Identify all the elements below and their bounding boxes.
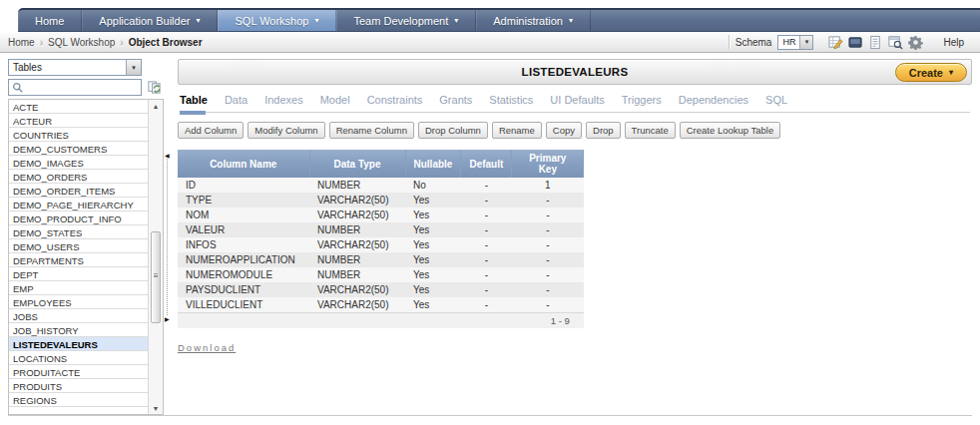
chevron-down-icon: ▾ [949, 68, 953, 77]
nav-tab-label: Application Builder [99, 15, 190, 27]
edit-icon[interactable] [827, 34, 843, 50]
table-cell: ID [178, 178, 309, 193]
object-tab[interactable]: Grants [439, 94, 472, 106]
scrollbar-thumb[interactable] [151, 231, 161, 322]
object-tab[interactable]: Triggers [622, 94, 662, 106]
object-list-item[interactable]: DEPT [9, 267, 148, 281]
table-cell: - [461, 208, 512, 222]
object-list-item[interactable]: DEMO_USERS [9, 239, 148, 253]
breadcrumb-item[interactable]: Object Browser [127, 37, 205, 48]
nav-tab[interactable]: SQL Workshop ▾ [218, 10, 336, 31]
create-button[interactable]: Create ▾ [895, 63, 967, 82]
object-list-item[interactable]: DEMO_STATES [9, 225, 148, 239]
action-button[interactable]: Rename Column [329, 122, 414, 139]
object-tabs: Table Data Indexes Model Constraints Gra… [180, 94, 970, 113]
table-cell: NUMBER [309, 178, 405, 193]
object-tab[interactable]: Constraints [367, 94, 423, 106]
refresh-icon[interactable] [146, 79, 163, 96]
action-button[interactable]: Add Column [178, 122, 244, 139]
schema-select[interactable]: HR ▾ [777, 35, 813, 50]
schema-label: Schema [735, 37, 772, 48]
action-button[interactable]: Copy [546, 122, 582, 139]
action-button[interactable]: Create Lookup Table [680, 122, 781, 139]
scroll-up-icon[interactable]: ▲ [149, 100, 163, 112]
content-area: Tables ▾ ACTE ACTEUR [8, 59, 972, 416]
nav-tab[interactable]: Administration ▾ [476, 10, 591, 31]
breadcrumb-bar: Home› SQL Workshop› Object Browser Schem… [0, 32, 980, 53]
list-scrollbar[interactable]: ▲ ▼ [148, 100, 163, 414]
table-row: VILLEDUCLIENTVARCHAR2(50)Yes-- [178, 297, 584, 313]
chevron-down-icon[interactable]: ▾ [126, 60, 141, 75]
table-cell: Yes [405, 252, 461, 267]
object-list-item[interactable]: ACTE [9, 100, 148, 114]
table-cell: NUMBER [309, 267, 405, 282]
table-cell: NUMEROAPPLICATION [178, 252, 309, 267]
nav-tab[interactable]: Team Development ▾ [336, 10, 476, 31]
object-list-item[interactable]: JOB_HISTORY [9, 323, 148, 337]
action-button[interactable]: Drop [586, 122, 621, 139]
object-list-item[interactable]: EMP [9, 281, 148, 295]
object-list-item[interactable]: ACTEUR [9, 114, 148, 128]
object-list-item[interactable]: JOBS [9, 309, 148, 323]
chevron-down-icon: ▾ [569, 16, 573, 25]
nav-tab[interactable]: Application Builder ▾ [82, 10, 218, 31]
breadcrumb-item[interactable]: Home [6, 37, 37, 48]
object-search-input[interactable] [24, 82, 124, 93]
object-list-item[interactable]: DEMO_PAGE_HIERARCHY [9, 198, 148, 212]
object-search-box[interactable] [8, 79, 142, 96]
table-actions: Add Column Modify Column Rename Column D… [178, 122, 972, 139]
object-list-item[interactable]: DEMO_IMAGES [9, 156, 148, 170]
object-list-item[interactable]: PRODUITACTE [9, 365, 148, 379]
object-list-item[interactable]: EMPLOYEES [9, 295, 148, 309]
table-cell: VALEUR [178, 222, 309, 237]
nav-tab[interactable]: Home ▾ [18, 10, 82, 31]
action-button[interactable]: Drop Column [418, 122, 488, 139]
collapse-left-icon[interactable]: ◀ [165, 152, 170, 159]
expand-right-icon[interactable]: ▶ [165, 315, 170, 322]
object-type-select[interactable]: Tables ▾ [8, 59, 142, 76]
table-row: IDNUMBERNo-1 [178, 178, 584, 193]
find-icon[interactable] [887, 34, 903, 50]
pagination-range: 1 - 9 [178, 313, 584, 329]
table-cell: - [512, 267, 584, 282]
object-tab[interactable]: UI Defaults [550, 94, 604, 106]
object-list-item[interactable]: LOCATIONS [9, 351, 148, 365]
help-link[interactable]: Help [943, 37, 964, 48]
object-tab[interactable]: Dependencies [679, 94, 748, 106]
object-tab[interactable]: Model [320, 94, 350, 106]
chevron-down-icon[interactable]: ▾ [799, 36, 812, 49]
breadcrumb-item[interactable]: SQL Workshop [46, 37, 117, 48]
table-cell: - [461, 237, 512, 252]
object-list-item[interactable]: DEMO_ORDERS [9, 170, 148, 184]
gear-icon[interactable] [907, 34, 923, 50]
action-button[interactable]: Rename [492, 122, 542, 139]
table-cell: Yes [405, 208, 461, 222]
create-button-label: Create [909, 67, 943, 79]
toolbar-icons [827, 34, 923, 50]
table-cell: NUMBER [309, 222, 405, 237]
action-button[interactable]: Modify Column [247, 122, 324, 139]
document-icon[interactable] [867, 34, 883, 50]
object-browser-sidebar: Tables ▾ ACTE ACTEUR [8, 59, 164, 415]
scroll-down-icon[interactable]: ▼ [149, 402, 163, 414]
object-list-item[interactable]: COUNTRIES [9, 128, 148, 142]
object-list-item[interactable]: DEMO_ORDER_ITEMS [9, 184, 148, 198]
download-link[interactable]: Download [178, 342, 236, 353]
object-list-item[interactable]: DEMO_PRODUCT_INFO [9, 212, 148, 225]
object-tab[interactable]: Indexes [264, 94, 303, 106]
object-tab[interactable]: Statistics [489, 94, 533, 106]
table-cell: 1 [512, 178, 584, 193]
object-list-item[interactable]: LISTEDEVALEURS [9, 337, 148, 351]
column-header: Primary Key [512, 150, 584, 178]
object-list-item[interactable]: DEMO_CUSTOMERS [9, 142, 148, 156]
object-tab[interactable]: SQL [765, 94, 787, 106]
display-icon[interactable] [847, 34, 863, 50]
breadcrumb: Home› SQL Workshop› Object Browser [6, 37, 205, 48]
object-list-item[interactable]: DEPARTMENTS [9, 253, 148, 267]
object-list-item[interactable]: REGIONS [9, 393, 148, 407]
action-button[interactable]: Truncate [625, 122, 676, 139]
object-tab[interactable]: Data [225, 94, 247, 106]
object-list-item[interactable]: PRODUITS [9, 379, 148, 393]
panel-splitter[interactable]: ◀ ▶ [164, 59, 172, 415]
object-tab[interactable]: Table [180, 94, 208, 106]
